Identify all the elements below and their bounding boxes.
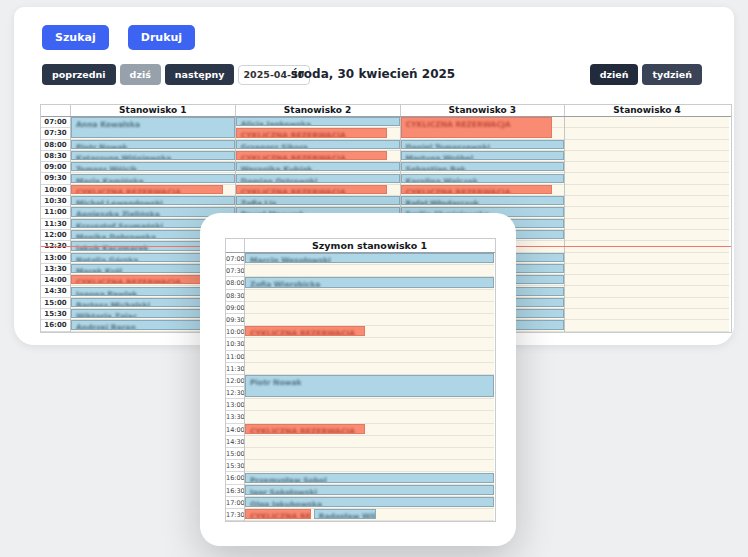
- recurring-reservation-block[interactable]: CYKLICZNA REZERWACJA: [236, 151, 388, 160]
- empty-slot[interactable]: [245, 460, 494, 472]
- time-label: 10:30: [41, 196, 70, 207]
- empty-slot[interactable]: [565, 320, 729, 331]
- booking-block[interactable]: Przemysław Sobol: [245, 473, 494, 483]
- event-label: Alicja Jankowska: [237, 118, 399, 126]
- booking-block[interactable]: Maria Kamińska: [71, 174, 235, 183]
- booking-block[interactable]: Karolina Walczak: [401, 174, 565, 183]
- toolbar: Szukaj Drukuj: [42, 25, 209, 50]
- empty-slot[interactable]: [245, 351, 494, 363]
- empty-slot[interactable]: [565, 230, 729, 241]
- booking-block[interactable]: Radosław Wilk: [314, 509, 377, 519]
- booking-block[interactable]: Marcin Wesołowski: [245, 253, 494, 263]
- time-label: 09:00: [41, 162, 70, 173]
- recurring-reservation-block[interactable]: CYKLICZNA REZERWACJA: [401, 117, 553, 138]
- time-label: 08:30: [41, 151, 70, 162]
- recurring-reservation-block[interactable]: CYKLICZNA REZERWACJA: [245, 424, 365, 434]
- empty-slot[interactable]: [565, 117, 729, 128]
- empty-slot[interactable]: [565, 298, 729, 309]
- day-view-button[interactable]: dzień: [590, 64, 639, 85]
- recurring-reservation-block[interactable]: CYKLICZNA REZERWACJA: [71, 185, 223, 194]
- time-label: 07:30: [41, 128, 70, 139]
- recurring-reservation-block[interactable]: CYKLICZNA REZERWACJA: [236, 185, 388, 194]
- booking-block[interactable]: Grzegorz Sikora: [236, 140, 400, 149]
- empty-slot[interactable]: [245, 448, 494, 460]
- modal-schedule-table: Szymon stanowisko 107:0007:3008:0008:300…: [225, 238, 496, 522]
- empty-slot[interactable]: [565, 185, 729, 196]
- empty-slot[interactable]: [565, 309, 729, 320]
- empty-slot[interactable]: [245, 302, 494, 314]
- booking-block[interactable]: Piotr Nowak: [245, 375, 494, 397]
- recurring-reservation-block[interactable]: CYKLICZNA REZERWACJA: [401, 185, 553, 194]
- time-label: 16:00: [226, 472, 244, 484]
- time-label: 09:30: [41, 173, 70, 184]
- booking-block[interactable]: Zofia Lis: [236, 196, 400, 205]
- booking-block[interactable]: Anna Kowalska: [71, 117, 235, 138]
- empty-slot[interactable]: [565, 219, 729, 230]
- time-label: 08:30: [226, 290, 244, 302]
- empty-slot[interactable]: [245, 399, 494, 411]
- event-label: Piotr Nowak: [246, 376, 493, 387]
- print-button[interactable]: Drukuj: [128, 25, 195, 50]
- recurring-reservation-block[interactable]: CYKLICZNA REZERWACJA: [245, 326, 365, 336]
- booking-block[interactable]: Daniel Tomaszewski: [401, 140, 565, 149]
- empty-slot[interactable]: [565, 207, 729, 218]
- time-label: 11:00: [41, 207, 70, 218]
- empty-slot[interactable]: [565, 286, 729, 297]
- empty-slot[interactable]: [565, 140, 729, 151]
- time-label: 13:30: [226, 411, 244, 423]
- booking-block[interactable]: Alicja Jankowska: [236, 117, 400, 126]
- empty-slot[interactable]: [245, 363, 494, 375]
- empty-slot[interactable]: [565, 128, 729, 139]
- booking-block[interactable]: Michał Lewandowski: [71, 196, 235, 205]
- empty-slot[interactable]: [565, 196, 729, 207]
- booking-block[interactable]: Sebastian Bąk: [401, 162, 565, 171]
- booking-block[interactable]: Katarzyna Wiśniewska: [71, 151, 235, 160]
- event-label: CYKLICZNA REZERWACJA: [237, 129, 387, 137]
- event-label: Katarzyna Wiśniewska: [72, 152, 234, 160]
- empty-slot[interactable]: [565, 275, 729, 286]
- booking-block[interactable]: Weronika Kubiak: [236, 162, 400, 171]
- event-label: Maria Kamińska: [72, 175, 234, 183]
- recurring-reservation-block[interactable]: CYKLICZNA REZERWACJA: [236, 128, 388, 137]
- week-view-button[interactable]: tydzień: [642, 64, 702, 85]
- booking-block[interactable]: Rafał Włodarczyk: [401, 196, 565, 205]
- time-label: 11:30: [41, 219, 70, 230]
- event-label: Zofia Wierzbicka: [246, 278, 493, 287]
- time-label: 10:00: [41, 185, 70, 196]
- booking-block[interactable]: Olga Jakubowska: [245, 497, 494, 507]
- time-label: 09:00: [226, 302, 244, 314]
- event-label: CYKLICZNA REZERWACJA: [402, 186, 552, 194]
- time-column: 07:0007:3008:0008:3009:0009:3010:0010:30…: [226, 253, 244, 521]
- empty-slot[interactable]: [245, 265, 494, 277]
- time-label: 09:30: [226, 314, 244, 326]
- booking-block[interactable]: Tomasz Wójcik: [71, 162, 235, 171]
- booking-block[interactable]: Martyna Wróbel: [401, 151, 565, 160]
- empty-slot[interactable]: [245, 314, 494, 326]
- empty-slot[interactable]: [565, 253, 729, 264]
- recurring-reservation-block[interactable]: CYKLICZNA REZERWACJA: [245, 509, 311, 519]
- empty-slot[interactable]: [245, 338, 494, 350]
- time-label: 12:00: [226, 375, 244, 387]
- schedule-header-row: Szymon stanowisko 1: [226, 239, 495, 253]
- event-label: Igor Sokołowski: [246, 486, 493, 495]
- time-label: 10:30: [226, 338, 244, 350]
- empty-slot[interactable]: [245, 436, 494, 448]
- empty-slot[interactable]: [245, 411, 494, 423]
- time-label: 08:00: [41, 140, 70, 151]
- event-label: Zofia Lis: [237, 197, 399, 205]
- empty-slot[interactable]: [245, 290, 494, 302]
- booking-block[interactable]: Zofia Wierzbicka: [245, 277, 494, 287]
- empty-slot[interactable]: [565, 162, 729, 173]
- empty-slot[interactable]: [565, 151, 729, 162]
- column-header: Stanowisko 4: [564, 105, 729, 116]
- empty-slot[interactable]: [565, 173, 729, 184]
- column-header: Stanowisko 1: [70, 105, 235, 116]
- header-time-stub: [41, 105, 70, 116]
- booking-block[interactable]: Piotr Nowak: [71, 140, 235, 149]
- booking-block[interactable]: Damian Ostrowski: [236, 174, 400, 183]
- event-label: Weronika Kubiak: [237, 163, 399, 171]
- booking-block[interactable]: Igor Sokołowski: [245, 485, 494, 495]
- empty-slot[interactable]: [565, 264, 729, 275]
- search-button[interactable]: Szukaj: [42, 25, 109, 50]
- event-label: CYKLICZNA REZERWACJA: [237, 186, 387, 194]
